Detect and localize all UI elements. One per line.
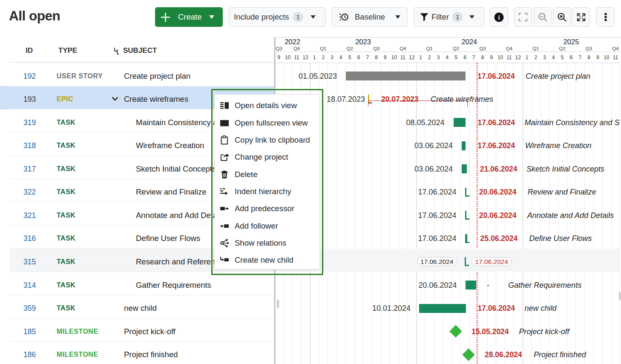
svg-text:i: i <box>498 14 500 20</box>
